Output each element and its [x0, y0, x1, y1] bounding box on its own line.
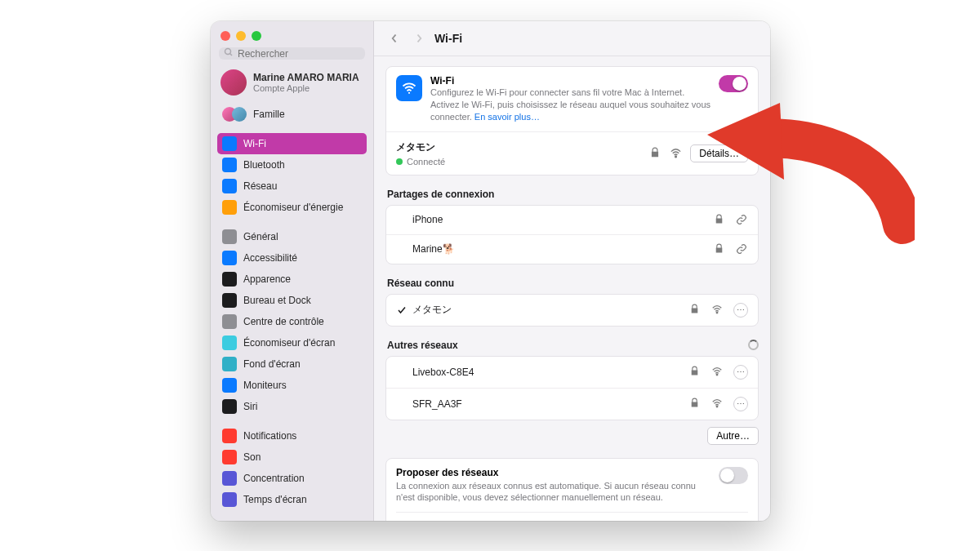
sidebar-item-label: Famille — [253, 109, 285, 120]
sidebar-icon — [222, 399, 237, 414]
avatar — [220, 69, 247, 96]
known-list: メタモン ⋯ — [385, 294, 759, 327]
sidebar-item[interactable]: Général — [217, 226, 367, 247]
sidebar-item-label: Bluetooth — [243, 159, 285, 171]
sidebar-item-label: Fond d'écran — [243, 358, 301, 370]
status-dot-icon — [396, 158, 403, 165]
svg-point-6 — [716, 406, 718, 407]
sidebar-item[interactable]: Siri — [217, 396, 367, 417]
sidebar-icon — [222, 314, 237, 329]
sidebar-item[interactable]: Temps d'écran — [217, 489, 367, 510]
section-other: Autres réseaux — [387, 340, 759, 351]
sidebar-item[interactable]: Fond d'écran — [217, 353, 367, 375]
apple-account-row[interactable]: Marine AMARO MARIA Compte Apple — [211, 66, 373, 104]
ask-networks-desc: La connexion aux réseaux connus est auto… — [396, 480, 698, 504]
sidebar-item[interactable]: Économiseur d'énergie — [217, 197, 367, 218]
sidebar-item[interactable]: Moniteurs — [217, 375, 367, 396]
network-row[interactable]: メタモン ⋯ — [386, 295, 758, 326]
learn-more-link[interactable]: En savoir plus… — [474, 112, 540, 122]
sidebar-item[interactable]: Économiseur d'écran — [217, 332, 367, 353]
user-name: Marine AMARO MARIA — [253, 72, 359, 83]
sidebar-item[interactable]: Notifications — [217, 425, 367, 447]
search-icon — [224, 47, 234, 60]
hotspot-list: iPhone Marine🐕 — [385, 205, 759, 264]
sidebar-item[interactable]: Son — [217, 447, 367, 468]
back-button[interactable] — [385, 29, 403, 47]
user-sub: Compte Apple — [253, 83, 359, 93]
other-network-button[interactable]: Autre… — [707, 427, 759, 445]
network-row[interactable]: SFR_AA3F ⋯ — [386, 388, 758, 420]
lock-icon — [714, 243, 726, 256]
more-button[interactable]: ⋯ — [733, 303, 748, 318]
network-row[interactable]: Marine🐕 — [386, 234, 758, 264]
svg-point-0 — [225, 49, 231, 55]
network-row[interactable]: iPhone — [386, 206, 758, 234]
fullscreen-button[interactable] — [252, 31, 261, 41]
sidebar-icon — [222, 450, 237, 464]
link-icon — [736, 243, 748, 256]
sidebar-icon — [222, 136, 237, 151]
search-field[interactable] — [219, 47, 365, 60]
sidebar-item-family[interactable]: Famille — [217, 104, 367, 125]
close-button[interactable] — [220, 31, 230, 41]
signal-icon — [711, 366, 724, 378]
sidebar-icon — [222, 251, 237, 265]
sidebar: Marine AMARO MARIA Compte Apple Famille … — [211, 21, 374, 521]
ask-networks-toggle[interactable] — [719, 467, 748, 484]
search-input[interactable] — [238, 48, 360, 60]
sidebar-item[interactable]: Centre de contrôle — [217, 311, 367, 332]
lock-icon — [689, 304, 702, 316]
details-button[interactable]: Détails… — [690, 144, 748, 162]
sidebar-item[interactable]: Apparence — [217, 269, 367, 290]
wifi-hero-card: Wi-Fi Configurez le Wi-Fi pour connecter… — [385, 66, 759, 176]
sidebar-icon — [222, 471, 237, 486]
family-icon — [222, 107, 247, 122]
sidebar-item-label: Économiseur d'écran — [243, 337, 335, 349]
svg-point-4 — [716, 312, 718, 313]
lock-icon — [689, 398, 702, 410]
network-name: Marine🐕 — [412, 243, 455, 255]
lock-icon — [649, 147, 662, 159]
sidebar-item-label: Accessibilité — [243, 252, 297, 264]
svg-point-5 — [716, 374, 718, 375]
sidebar-item-label: Temps d'écran — [243, 494, 307, 505]
network-name: メタモン — [412, 303, 452, 317]
hero-title: Wi-Fi — [430, 75, 710, 87]
more-button[interactable]: ⋯ — [733, 365, 748, 380]
minimize-button[interactable] — [236, 31, 246, 41]
sidebar-item-label: Réseau — [243, 180, 277, 192]
sidebar-item[interactable]: Bluetooth — [217, 154, 367, 176]
options-card: Proposer des réseaux La connexion aux ré… — [385, 458, 759, 521]
sidebar-item-label: Économiseur d'énergie — [243, 202, 343, 213]
wifi-toggle[interactable] — [719, 75, 748, 92]
settings-window: Marine AMARO MARIA Compte Apple Famille … — [211, 21, 770, 521]
sidebar-item[interactable]: Écran verrouillé — [217, 518, 367, 521]
sidebar-item-label: Apparence — [243, 273, 291, 285]
check-icon — [396, 305, 408, 315]
sidebar-icon — [222, 378, 237, 393]
section-known: Réseau connu — [387, 278, 759, 289]
sidebar-item[interactable]: Bureau et Dock — [217, 290, 367, 311]
sidebar-icon — [222, 200, 237, 215]
network-row[interactable]: Livebox-C8E4 ⋯ — [386, 357, 758, 388]
sidebar-icon — [222, 158, 237, 172]
signal-icon — [670, 147, 682, 159]
sidebar-icon — [222, 293, 237, 308]
sidebar-item[interactable]: Réseau — [217, 176, 367, 197]
sidebar-icon — [222, 492, 237, 507]
signal-icon — [711, 304, 724, 316]
sidebar-item[interactable]: Wi-Fi — [217, 133, 367, 154]
sidebar-icon — [222, 272, 237, 287]
sidebar-item[interactable]: Concentration — [217, 468, 367, 489]
forward-button — [410, 29, 428, 47]
more-button[interactable]: ⋯ — [733, 397, 748, 411]
sidebar-list: Famille Wi-FiBluetoothRéseauÉconomiseur … — [211, 104, 373, 521]
sidebar-item[interactable]: Accessibilité — [217, 247, 367, 269]
lock-icon — [689, 366, 702, 378]
ask-networks-title: Proposer des réseaux — [396, 467, 710, 478]
content-pane: Wi-Fi Wi-Fi Configurez le Wi-Fi pour con… — [374, 21, 770, 521]
page-title: Wi-Fi — [434, 32, 462, 45]
connection-status: Connecté — [407, 157, 445, 167]
network-name: Livebox-C8E4 — [412, 367, 474, 378]
sidebar-item-label: Bureau et Dock — [243, 295, 311, 306]
